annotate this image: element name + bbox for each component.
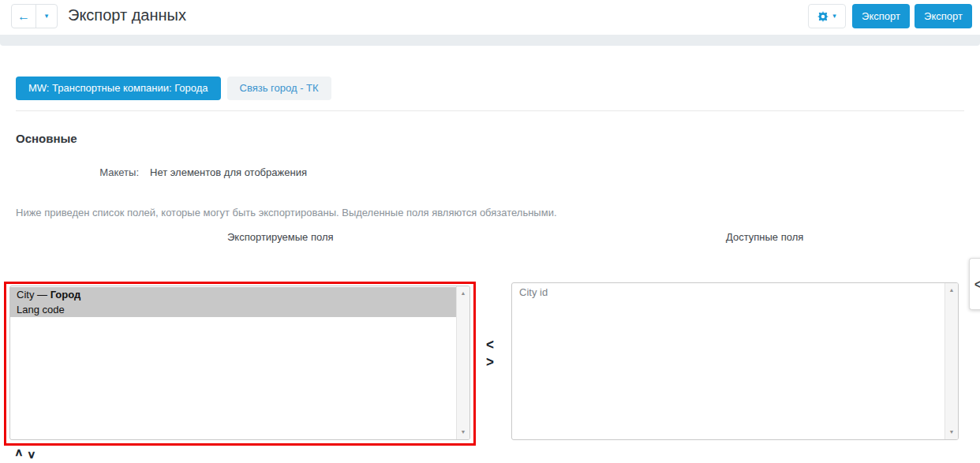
available-scrollbar[interactable]: ▲ ▼: [944, 283, 958, 439]
header-shadow-strip: [0, 35, 980, 46]
available-fields-header: Доступные поля: [726, 231, 803, 243]
scroll-up-icon[interactable]: ▲: [945, 284, 958, 297]
tab-transport-companies-cities[interactable]: MW: Транспортные компании: Города: [16, 77, 221, 100]
scroll-down-icon[interactable]: ▼: [945, 426, 958, 439]
section-divider: [16, 110, 964, 111]
tab-city-tc-link[interactable]: Связь город - ТК: [227, 77, 331, 100]
page-title: Экспорт данных: [68, 6, 186, 24]
gear-icon: [817, 11, 829, 22]
fields-description: Ниже приведен список полей, которые могу…: [16, 207, 557, 218]
export-data-page: ← ▾ Экспорт данных ▾ Экспорт Экспорт MW:…: [0, 0, 980, 463]
export-tabs: MW: Транспортные компании: Города Связь …: [16, 77, 331, 100]
settings-dropdown-button[interactable]: ▾: [808, 4, 846, 28]
back-arrow-icon: ←: [17, 10, 30, 23]
back-button[interactable]: ←: [12, 5, 36, 28]
exported-fields-header: Экспортируемые поля: [227, 231, 334, 243]
back-button-group: ← ▾: [11, 4, 58, 28]
available-fields-listbox[interactable]: City id ▲ ▼: [511, 282, 959, 440]
list-option[interactable]: City id: [512, 284, 944, 301]
export-button[interactable]: Экспорт: [852, 4, 910, 28]
back-dropdown-button[interactable]: ▾: [36, 5, 57, 28]
sort-down-button[interactable]: ∨: [27, 450, 36, 461]
available-fields-options: City id: [512, 284, 944, 301]
list-option[interactable]: City — Город: [10, 287, 456, 302]
move-to-available-button[interactable]: >: [483, 354, 497, 369]
section-heading: Основные: [16, 132, 77, 145]
chevron-down-icon: ▾: [832, 13, 836, 20]
chevron-down-icon: ▾: [45, 13, 49, 20]
layouts-label: Макеты:: [47, 166, 139, 178]
move-to-exported-button[interactable]: <: [483, 337, 497, 352]
scroll-up-icon[interactable]: ▲: [457, 287, 469, 300]
scroll-down-icon[interactable]: ▼: [457, 426, 469, 439]
exported-fields-options: City — ГородLang code: [10, 287, 456, 317]
sort-up-button[interactable]: ∧: [14, 447, 24, 458]
header-bar: ← ▾ Экспорт данных ▾ Экспорт Экспорт: [0, 0, 980, 35]
exported-scrollbar[interactable]: ▲ ▼: [456, 286, 469, 439]
chevron-left-icon: <: [974, 276, 980, 291]
export-button-secondary[interactable]: Экспорт: [915, 4, 972, 28]
sidebar-collapse-tab[interactable]: <: [969, 258, 980, 310]
exported-fields-listbox[interactable]: City — ГородLang code ▲ ▼: [9, 286, 470, 440]
list-option[interactable]: Lang code: [10, 302, 456, 317]
layouts-empty-value: Нет элементов для отображения: [150, 166, 307, 178]
